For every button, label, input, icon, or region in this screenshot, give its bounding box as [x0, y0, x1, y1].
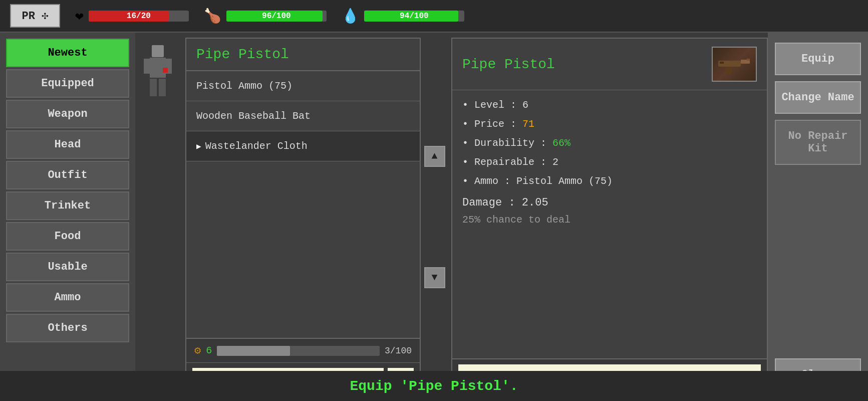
sidebar: Newest Equipped Weapon Head Outfit Trink…: [0, 33, 135, 401]
water-text: 94/100: [364, 11, 464, 22]
svg-rect-12: [720, 62, 724, 64]
stat-damage: Damage : 2.05: [462, 196, 757, 209]
stat-durability: • Durability : 66%: [462, 136, 757, 150]
scroll-up-button[interactable]: ▲: [424, 146, 445, 167]
slot-count: 3/100: [385, 346, 412, 356]
svg-rect-0: [152, 45, 164, 57]
character-area: [135, 33, 180, 401]
svg-rect-5: [159, 79, 166, 96]
svg-rect-2: [144, 59, 150, 74]
water-bar: 94/100: [364, 11, 464, 22]
health-text: 16/20: [89, 11, 189, 22]
sidebar-item-ammo[interactable]: Ammo: [6, 283, 129, 312]
sidebar-item-trinket[interactable]: Trinket: [6, 191, 129, 220]
detail-title: Pipe Pistol: [462, 57, 555, 72]
water-icon: 💧: [342, 8, 359, 25]
change-name-button[interactable]: Change Name: [775, 81, 861, 114]
health-bar-group: ❤ 16/20: [75, 8, 189, 25]
sidebar-item-outfit[interactable]: Outfit: [6, 161, 129, 189]
item-list-footer: ⚙ 6 3/100: [186, 338, 420, 362]
pr-badge: PR ✣: [10, 4, 60, 28]
list-item[interactable]: Wooden Baseball Bat: [186, 101, 420, 131]
no-repair-kit-button: No Repair Kit: [775, 120, 861, 165]
svg-rect-6: [163, 68, 168, 73]
item-list-title: Pipe Pistol: [196, 47, 289, 62]
water-bar-group: 💧 94/100: [342, 8, 464, 25]
action-panel: Equip Change Name No Repair Kit Close: [768, 33, 868, 401]
health-bar: 16/20: [89, 11, 189, 22]
selected-arrow-icon: ▶: [196, 141, 201, 151]
sidebar-item-equipped[interactable]: Equipped: [6, 69, 129, 98]
food-icon: 🍗: [204, 8, 221, 25]
level-bar: [217, 346, 380, 356]
level-bar-fill: [217, 346, 290, 356]
svg-rect-4: [150, 79, 157, 96]
main-content: Newest Equipped Weapon Head Outfit Trink…: [0, 33, 868, 401]
sidebar-item-food[interactable]: Food: [6, 222, 129, 251]
stat-price: • Price : 71: [462, 117, 757, 131]
level-number: 6: [206, 345, 212, 356]
item-list-header: Pipe Pistol: [186, 39, 420, 71]
stat-level: • Level : 6: [462, 98, 757, 112]
list-item[interactable]: ▶ Wastelander Cloth: [186, 131, 420, 161]
item-list-body: Pistol Ammo (75) Wooden Baseball Bat ▶ W…: [186, 71, 420, 338]
item-label: Wastelander Cloth: [205, 140, 308, 152]
gear-icon: ⚙: [194, 344, 201, 357]
sidebar-item-others[interactable]: Others: [6, 314, 129, 342]
item-list-panel: Pipe Pistol Pistol Ammo (75) Wooden Base…: [185, 38, 421, 396]
food-bar-group: 🍗 96/100: [204, 8, 327, 25]
list-item[interactable]: Pistol Ammo (75): [186, 71, 420, 101]
bottom-bar: Equip 'Pipe Pistol'.: [0, 371, 868, 401]
sidebar-item-head[interactable]: Head: [6, 130, 129, 159]
partial-description: 25% chance to deal: [462, 214, 757, 226]
gun-thumbnail-icon: [716, 51, 753, 78]
scroll-down-button[interactable]: ▼: [424, 267, 445, 288]
character-sprite: [143, 43, 173, 108]
top-bar: PR ✣ ❤ 16/20 🍗 96/100 💧 94/100: [0, 0, 868, 33]
sidebar-item-usable[interactable]: Usable: [6, 253, 129, 281]
item-label: Pistol Ammo (75): [196, 80, 293, 92]
health-icon: ❤: [75, 8, 84, 25]
svg-rect-11: [726, 67, 732, 74]
equip-button[interactable]: Equip: [775, 43, 861, 75]
detail-header: Pipe Pistol: [452, 39, 767, 90]
food-text: 96/100: [226, 11, 327, 22]
stat-ammo: • Ammo : Pistol Ammo (75): [462, 174, 757, 188]
sidebar-item-weapon[interactable]: Weapon: [6, 100, 129, 128]
scroll-panel: ▲ ▼: [421, 38, 448, 396]
item-label: Wooden Baseball Bat: [196, 110, 311, 122]
item-thumb-image: [713, 48, 756, 81]
detail-body: • Level : 6 • Price : 71 • Durability : …: [452, 90, 767, 358]
svg-rect-13: [747, 59, 750, 61]
food-bar: 96/100: [226, 11, 327, 22]
sidebar-item-newest[interactable]: Newest: [6, 39, 129, 67]
item-thumbnail: [712, 47, 757, 82]
stat-repairable: • Repairable : 2: [462, 155, 757, 169]
equip-message: Equip 'Pipe Pistol'.: [350, 378, 518, 394]
item-detail-panel: Pipe Pistol • Level : 6: [451, 38, 768, 396]
